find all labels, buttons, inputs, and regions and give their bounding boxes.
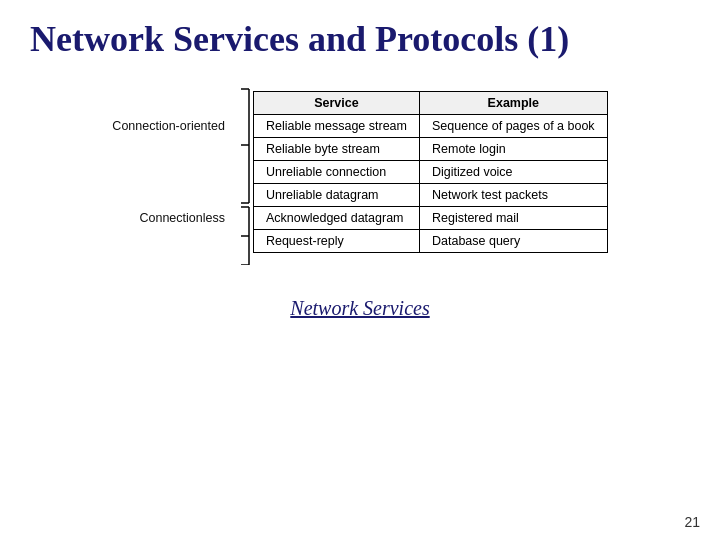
example-cell: Network test packets: [419, 184, 607, 207]
table-wrapper: Service Example Reliable message streamS…: [253, 91, 608, 253]
service-cell: Reliable byte stream: [253, 138, 419, 161]
table-row: Reliable message streamSequence of pages…: [253, 115, 607, 138]
service-cell: Unreliable datagram: [253, 184, 419, 207]
page-title: Network Services and Protocols (1): [0, 0, 720, 70]
table-row: Acknowledged datagramRegistered mail: [253, 207, 607, 230]
service-cell: Unreliable connection: [253, 161, 419, 184]
diagram-container: Connection-oriented Connectionless: [0, 75, 720, 269]
header-example: Example: [419, 92, 607, 115]
connection-oriented-label: Connection-oriented: [112, 119, 225, 133]
left-labels-brackets: Connection-oriented Connectionless: [112, 75, 253, 269]
services-table: Service Example Reliable message streamS…: [253, 91, 608, 253]
header-service: Service: [253, 92, 419, 115]
service-cell: Acknowledged datagram: [253, 207, 419, 230]
service-cell: Reliable message stream: [253, 115, 419, 138]
example-cell: Digitized voice: [419, 161, 607, 184]
table-row: Reliable byte streamRemote login: [253, 138, 607, 161]
example-cell: Registered mail: [419, 207, 607, 230]
table-row: Unreliable datagramNetwork test packets: [253, 184, 607, 207]
connectionless-label: Connectionless: [139, 211, 224, 225]
table-row: Request-replyDatabase query: [253, 230, 607, 253]
example-cell: Remote login: [419, 138, 607, 161]
left-text-col: Connection-oriented Connectionless: [112, 119, 225, 225]
example-cell: Sequence of pages of a book: [419, 115, 607, 138]
example-cell: Database query: [419, 230, 607, 253]
bottom-caption: Network Services: [0, 297, 720, 320]
brackets-svg: [229, 75, 253, 265]
service-cell: Request-reply: [253, 230, 419, 253]
brackets-area: [229, 75, 253, 269]
table-row: Unreliable connectionDigitized voice: [253, 161, 607, 184]
page-number: 21: [684, 514, 700, 530]
